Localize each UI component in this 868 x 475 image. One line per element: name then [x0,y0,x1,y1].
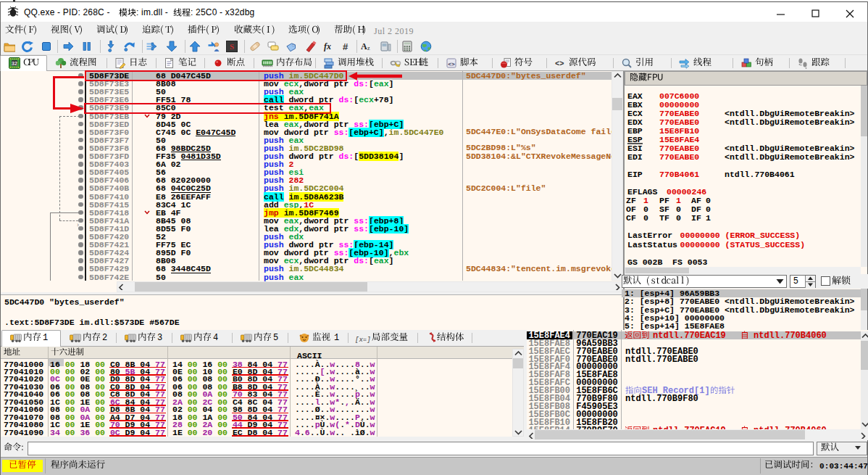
svg-text:A: A [361,41,367,51]
svg-text:<>: <> [555,59,564,68]
svg-text:32: 32 [12,61,17,66]
svg-text:<>: <> [448,61,455,67]
svg-text:fx: fx [324,41,331,51]
svg-text:#: # [343,41,349,52]
svg-text:S: S [230,42,234,51]
svg-text:z: z [367,45,370,51]
